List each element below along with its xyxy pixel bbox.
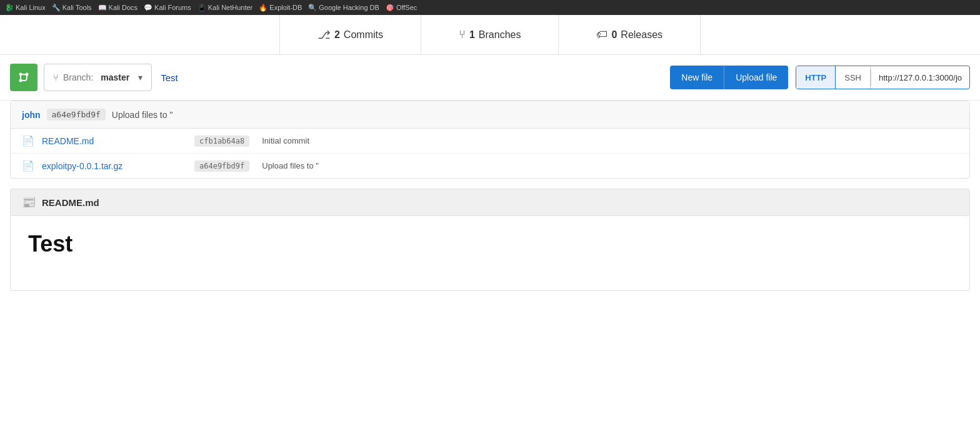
branch-prefix: Branch: (63, 72, 93, 82)
toolbar-right: New file Upload file HTTP SSH http://127… (670, 66, 970, 89)
bookmark-exploit-db[interactable]: 🔥 Exploit-DB (259, 4, 302, 12)
file-icon-readme: 📄 (22, 135, 34, 147)
branch-name: master (101, 72, 129, 82)
toolbar: ⑂ Branch: master ▾ Test New file Upload … (0, 55, 980, 101)
branches-label: Branches (479, 29, 521, 41)
releases-icon: 🏷 (596, 28, 608, 41)
commits-stat[interactable]: ⎇ 2 Commits (279, 15, 421, 54)
readme-body: Test (10, 216, 970, 291)
bookmark-kali-tools[interactable]: 🔧 Kali Tools (52, 4, 92, 12)
commit-message: Upload files to " (112, 110, 173, 120)
commit-bar: john a64e9fbd9f Upload files to " (11, 101, 969, 129)
upload-file-button[interactable]: Upload file (724, 66, 788, 89)
file-commit-msg-readme: Initial commit (262, 136, 309, 145)
kali-linux-icon: 🐉 (5, 4, 14, 12)
file-hash-readme[interactable]: cfb1ab64a8 (194, 135, 249, 147)
releases-stat[interactable]: 🏷 0 Releases (559, 15, 701, 54)
branch-graph-button[interactable] (10, 64, 38, 91)
readme-book-icon: 📰 (22, 195, 36, 209)
kali-tools-icon: 🔧 (52, 4, 61, 12)
file-row: 📄 exploitpy-0.0.1.tar.gz a64e9fbd9f Uplo… (11, 154, 969, 178)
exploit-db-icon: 🔥 (259, 4, 268, 12)
kali-forums-icon: 💬 (144, 4, 152, 12)
file-hash-tarball[interactable]: a64e9fbd9f (194, 160, 249, 172)
readme-header: 📰 README.md (10, 189, 970, 216)
releases-label: Releases (621, 29, 662, 41)
ssh-button[interactable]: SSH (836, 66, 871, 89)
branches-count: 1 (469, 29, 475, 41)
test-link[interactable]: Test (158, 72, 181, 83)
commits-count: 2 (334, 29, 340, 41)
readme-title: README.md (42, 197, 99, 208)
bookmark-kali-forums[interactable]: 💬 Kali Forums (144, 4, 191, 12)
file-row: 📄 README.md cfb1ab64a8 Initial commit (11, 129, 969, 154)
readme-heading: Test (28, 231, 952, 257)
file-list-container: john a64e9fbd9f Upload files to " 📄 READ… (10, 101, 970, 179)
stats-bar: ⎇ 2 Commits ⑂ 1 Branches 🏷 0 Releases (0, 15, 980, 55)
releases-count: 0 (611, 29, 617, 41)
bookmark-kali-nethunter[interactable]: 📱 Kali NetHunter (198, 4, 253, 12)
kali-docs-icon: 📖 (98, 4, 107, 12)
branch-selector[interactable]: ⑂ Branch: master ▾ (44, 64, 152, 91)
file-icon-tarball: 📄 (22, 160, 34, 172)
bookmark-kali-linux[interactable]: 🐉 Kali Linux (5, 4, 46, 12)
google-hacking-db-icon: 🔍 (308, 4, 317, 12)
branch-dropdown-icon: ▾ (138, 72, 142, 82)
offsec-icon: 🎯 (386, 4, 394, 12)
kali-nethunter-icon: 📱 (198, 4, 206, 12)
svg-point-0 (19, 73, 22, 76)
file-commit-msg-tarball: Upload files to " (262, 161, 319, 170)
commits-icon: ⎇ (318, 28, 331, 42)
clone-url: http://127.0.0.1:3000/jo (871, 69, 969, 86)
bookmark-offsec[interactable]: 🎯 OffSec (386, 4, 417, 12)
bookmark-google-hacking-db[interactable]: 🔍 Google Hacking DB (308, 4, 379, 12)
branch-graph-icon (18, 71, 30, 84)
commits-label: Commits (344, 29, 383, 41)
bookmarks-bar: 🐉 Kali Linux 🔧 Kali Tools 📖 Kali Docs 💬 … (0, 0, 980, 15)
branch-selector-icon: ⑂ (53, 72, 58, 82)
file-name-readme[interactable]: README.md (42, 136, 179, 146)
file-name-tarball[interactable]: exploitpy-0.0.1.tar.gz (42, 161, 179, 171)
svg-point-2 (19, 79, 22, 82)
new-file-button[interactable]: New file (670, 66, 724, 89)
bookmark-kali-docs[interactable]: 📖 Kali Docs (98, 4, 138, 12)
clone-toggle: HTTP SSH http://127.0.0.1:3000/jo (796, 66, 970, 89)
commit-hash[interactable]: a64e9fbd9f (47, 109, 106, 120)
branches-stat[interactable]: ⑂ 1 Branches (421, 15, 559, 54)
main-content: john a64e9fbd9f Upload files to " 📄 READ… (0, 101, 980, 301)
http-button[interactable]: HTTP (796, 66, 836, 89)
commit-author[interactable]: john (22, 110, 41, 120)
branches-icon: ⑂ (459, 28, 466, 41)
